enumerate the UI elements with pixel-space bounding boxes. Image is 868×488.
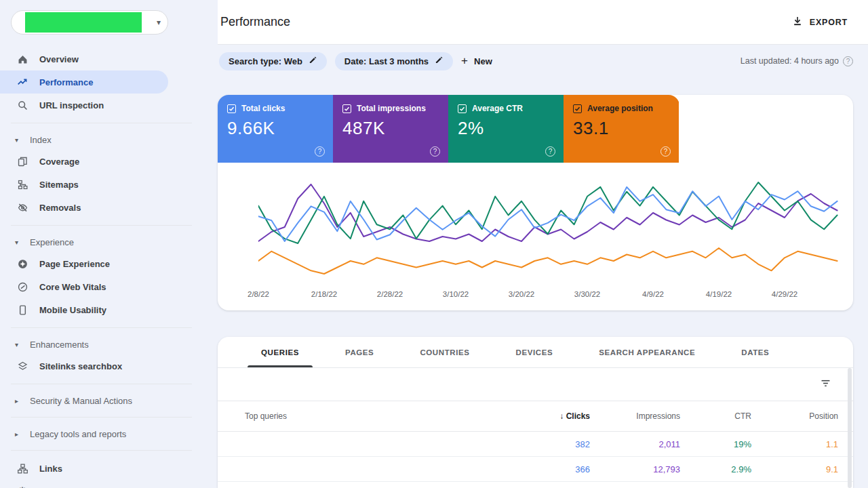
sidebar-item-overview[interactable]: Overview <box>0 47 168 70</box>
x-axis-tick-label: 4/9/22 <box>629 290 677 298</box>
metric-card-average-position[interactable]: Average position33.1? <box>564 95 679 163</box>
metric-card-average-ctr[interactable]: Average CTR2%? <box>448 95 564 163</box>
checked-checkbox-icon[interactable] <box>458 104 467 113</box>
sidebar-section-label: Security & Manual Actions <box>30 396 132 406</box>
column-header-clicks[interactable]: ↓ Clicks <box>502 411 590 421</box>
column-header-ctr[interactable]: CTR <box>680 411 751 421</box>
page-title: Performance <box>220 15 290 29</box>
cell-position: 9.1 <box>751 464 838 474</box>
cell-clicks: 382 <box>502 439 590 449</box>
x-axis-tick-label: 3/20/22 <box>498 290 545 298</box>
dimensions-table-card: QUERIESPAGESCOUNTRIESDEVICESSEARCH APPEA… <box>218 337 853 488</box>
tab-pages[interactable]: PAGES <box>332 337 387 367</box>
sidebar-section-label: Legacy tools and reports <box>30 429 126 439</box>
mobile-usability-icon <box>16 304 28 316</box>
search-icon <box>16 99 28 111</box>
x-axis-tick-label: 2/28/22 <box>366 290 414 298</box>
sidebar-divider <box>11 225 192 226</box>
coverage-icon <box>16 155 28 167</box>
sidebar-section-legacy-tools-and-reports[interactable]: ▸Legacy tools and reports <box>0 424 192 444</box>
sidebar-section-label: Experience <box>30 237 74 247</box>
download-icon <box>792 16 803 28</box>
x-axis-tick-label: 4/19/22 <box>695 290 743 298</box>
sidebar-divider <box>11 450 192 451</box>
sidebar-item-label: Mobile Usability <box>39 305 106 315</box>
metric-card-total-clicks[interactable]: Total clicks9.66K? <box>218 95 333 163</box>
sort-desc-icon: ↓ <box>559 411 566 421</box>
table-tabs: QUERIESPAGESCOUNTRIESDEVICESSEARCH APPEA… <box>218 337 853 368</box>
tab-dates[interactable]: DATES <box>728 337 783 367</box>
tab-devices[interactable]: DEVICES <box>502 337 567 367</box>
sidebar-item-page-experience[interactable]: Page Experience <box>0 252 168 275</box>
table-row[interactable]: 36612,7932.9%9.1 <box>218 457 853 482</box>
sidebar-item-performance[interactable]: Performance <box>0 70 168 94</box>
timeseries-chart[interactable]: 2/8/222/18/222/28/223/10/223/20/223/30/2… <box>218 163 853 310</box>
column-header-position[interactable]: Position <box>751 411 838 421</box>
filter-chip-search-type[interactable]: Search type: Web <box>219 52 327 70</box>
chart-lines <box>258 179 842 287</box>
sitelinks-searchbox-icon <box>16 360 28 372</box>
filters-row: Search type: Web Date: Last 3 months + N… <box>219 52 853 70</box>
sidebar-section-label: Index <box>30 135 52 145</box>
sidebar-item-sitelinks-searchbox[interactable]: Sitelinks searchbox <box>0 354 168 378</box>
sidebar-section-experience[interactable]: ▾Experience <box>0 232 192 252</box>
property-selector[interactable]: ▾ <box>11 10 168 35</box>
checked-checkbox-icon[interactable] <box>573 104 582 113</box>
column-header-top-queries: Top queries <box>245 411 502 421</box>
metric-cards: Total clicks9.66K?Total impressions487K?… <box>218 95 679 163</box>
help-icon[interactable]: ? <box>315 146 325 157</box>
metric-value: 487K <box>342 118 439 139</box>
chevron-down-icon: ▾ <box>15 136 22 144</box>
sidebar-item-mobile-usability[interactable]: Mobile Usability <box>0 298 168 321</box>
sidebar-section-label: Enhancements <box>30 340 89 350</box>
column-header-impressions[interactable]: Impressions <box>590 411 680 421</box>
sidebar-item-removals[interactable]: Removals <box>0 196 168 219</box>
tab-countries[interactable]: COUNTRIES <box>406 337 483 367</box>
tab-queries[interactable]: QUERIES <box>248 337 313 367</box>
chevron-right-icon: ▸ <box>15 397 22 405</box>
help-icon[interactable]: ? <box>660 146 671 157</box>
cell-position: 1.1 <box>751 439 838 449</box>
help-icon[interactable]: ? <box>545 146 555 157</box>
sidebar-divider <box>11 384 192 384</box>
chevron-down-icon[interactable]: ▾ <box>157 18 161 27</box>
cell-impressions: 12,793 <box>590 464 680 474</box>
new-filter-button[interactable]: + New <box>461 54 492 68</box>
sidebar-item-label: Performance <box>39 77 93 87</box>
table-row[interactable]: 3822,01119%1.1 <box>218 432 853 457</box>
x-axis-tick-label: 4/29/22 <box>761 290 808 298</box>
sidebar-item-label: Core Web Vitals <box>39 282 106 292</box>
tab-search-appearance[interactable]: SEARCH APPEARANCE <box>585 337 709 367</box>
filter-list-icon[interactable] <box>820 378 831 392</box>
plus-icon: + <box>461 54 468 68</box>
sidebar-item-core-web-vitals[interactable]: Core Web Vitals <box>0 275 168 298</box>
x-axis-tick-label: 3/30/22 <box>564 290 611 298</box>
sidebar-section-security-manual-actions[interactable]: ▸Security & Manual Actions <box>0 390 192 411</box>
x-axis-tick-label: 2/8/22 <box>235 290 282 298</box>
export-button[interactable]: EXPORT <box>792 16 848 28</box>
topbar: Performance EXPORT <box>218 0 868 45</box>
sidebar-item-label: Sitemaps <box>39 180 79 190</box>
cell-ctr: 2.9% <box>680 464 751 474</box>
main-content: Performance EXPORT Search type: Web Date… <box>192 0 868 488</box>
cell-ctr: 19% <box>680 439 751 449</box>
sidebar-item-sitemaps[interactable]: Sitemaps <box>0 173 168 196</box>
help-icon[interactable]: ? <box>843 56 853 66</box>
metric-card-total-impressions[interactable]: Total impressions487K? <box>333 95 448 163</box>
sidebar-item-url-inspection[interactable]: URL inspection <box>0 94 168 117</box>
sidebar-item-settings[interactable]: ⚙Settings <box>0 480 168 488</box>
help-icon[interactable]: ? <box>430 146 440 157</box>
sidebar-section-enhancements[interactable]: ▾Enhancements <box>0 334 192 354</box>
sidebar-divider <box>11 327 192 328</box>
checked-checkbox-icon[interactable] <box>227 104 236 113</box>
filter-chip-date[interactable]: Date: Last 3 months <box>335 52 453 70</box>
table-body: 3822,01119%1.136612,7932.9%9.1 <box>218 432 853 482</box>
performance-chart-card: Total clicks9.66K?Total impressions487K?… <box>218 95 853 310</box>
sidebar-item-coverage[interactable]: Coverage <box>0 150 168 173</box>
page-experience-icon <box>16 258 28 270</box>
sidebar-item-links[interactable]: Links <box>0 457 168 480</box>
table-scrollbar[interactable] <box>848 368 852 488</box>
checked-checkbox-icon[interactable] <box>342 104 351 113</box>
chevron-down-icon: ▾ <box>15 341 22 348</box>
sidebar-section-index[interactable]: ▾Index <box>0 129 192 150</box>
